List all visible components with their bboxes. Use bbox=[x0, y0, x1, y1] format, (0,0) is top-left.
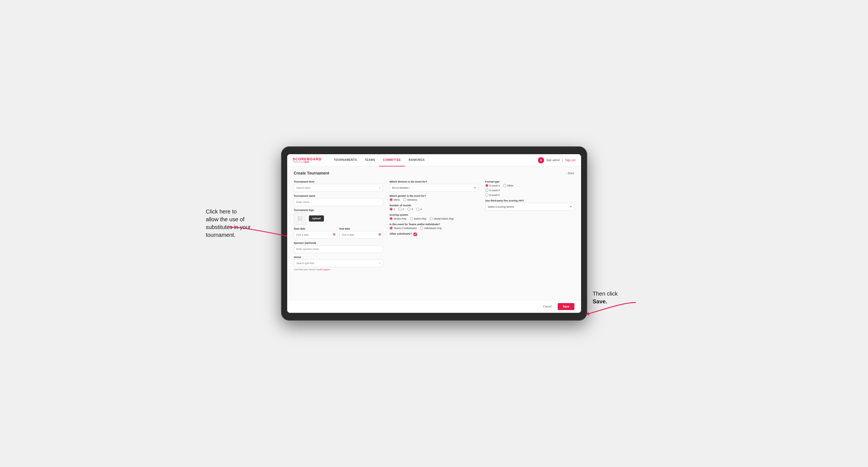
venue-field: Venue ▾ Can't find your venue? email sup… bbox=[294, 256, 383, 271]
page-header: Create Tournament Back bbox=[294, 171, 575, 175]
tablet-screen: SCOREBOARD Powered by clippd TOURNAMENTS… bbox=[287, 154, 581, 313]
tournament-logo-field: Tournament logo Upload bbox=[294, 209, 383, 225]
rounds-1-radio[interactable] bbox=[390, 208, 393, 211]
cancel-button[interactable]: Cancel bbox=[539, 303, 555, 310]
form-section-right: Format type 5 count 4 Other bbox=[485, 180, 575, 271]
scoring-medal-match[interactable]: Medal Match Play bbox=[430, 217, 454, 220]
match-play-radio[interactable] bbox=[410, 217, 413, 220]
format-6count4[interactable]: 6 count 4 bbox=[485, 189, 500, 192]
gender-radio-group: Mens Womens bbox=[390, 198, 479, 201]
individuals-only[interactable]: Individuals Only bbox=[420, 226, 442, 229]
format-6count5-radio[interactable] bbox=[485, 193, 488, 196]
form-section-left: Tournament Host ▾ Tournament name bbox=[294, 180, 383, 271]
division-field: Which division is the event for? NCAA Di… bbox=[390, 180, 479, 192]
rounds-4-radio[interactable] bbox=[416, 208, 420, 211]
tournament-name-label: Tournament name bbox=[294, 194, 383, 197]
gender-womens[interactable]: Womens bbox=[403, 198, 417, 201]
format-6count4-radio[interactable] bbox=[485, 189, 488, 192]
teams-individuals-label: Is this event for Teams and/or Individua… bbox=[390, 223, 479, 226]
division-select[interactable]: NCAA Division I NCAA Division II NCAA Di… bbox=[390, 184, 479, 192]
nav-link-committee[interactable]: COMMITTEE bbox=[379, 154, 405, 166]
scoring-api-field: Use third-party live scoring API? Select… bbox=[485, 199, 575, 211]
start-date-input[interactable] bbox=[294, 231, 337, 239]
venue-email-link[interactable]: email support bbox=[317, 268, 330, 271]
medal-match-radio[interactable] bbox=[430, 217, 433, 220]
tournament-name-input[interactable] bbox=[294, 198, 383, 206]
form-grid: Tournament Host ▾ Tournament name bbox=[294, 180, 575, 271]
svg-rect-2 bbox=[298, 217, 302, 220]
scoring-system-field: Scoring system Stroke Play Match Play bbox=[390, 214, 479, 220]
svg-marker-1 bbox=[586, 312, 589, 316]
rounds-3[interactable]: 3 bbox=[407, 208, 413, 211]
page-title: Create Tournament bbox=[294, 171, 329, 175]
format-type-label: Format type bbox=[485, 180, 575, 183]
rounds-1[interactable]: 1 bbox=[390, 208, 395, 211]
scoring-stroke-play[interactable]: Stroke Play bbox=[390, 217, 407, 220]
format-other-radio[interactable] bbox=[503, 184, 506, 187]
format-other[interactable]: Other bbox=[503, 184, 514, 187]
start-date-label: Start date bbox=[294, 227, 337, 230]
save-button[interactable]: Save bbox=[558, 303, 574, 310]
upload-button[interactable]: Upload bbox=[309, 215, 324, 221]
date-fields: Start date 📅 End date bbox=[294, 227, 383, 239]
format-5count4-radio[interactable] bbox=[485, 184, 488, 187]
rounds-2[interactable]: 2 bbox=[399, 208, 404, 211]
tablet-frame: SCOREBOARD Powered by clippd TOURNAMENTS… bbox=[281, 146, 587, 321]
tournament-host-label: Tournament Host bbox=[294, 180, 383, 183]
format-row-1: 5 count 4 Other bbox=[485, 184, 575, 187]
nav-link-tournaments[interactable]: TOURNAMENTS bbox=[330, 154, 361, 166]
allow-substitutes-field: Allow substitutes? bbox=[390, 232, 479, 236]
teams-plus-individuals[interactable]: Teams (+Individuals) bbox=[390, 226, 417, 229]
svg-point-3 bbox=[299, 217, 300, 218]
back-link[interactable]: Back bbox=[566, 172, 574, 175]
scoring-api-select[interactable]: Select a scoring service bbox=[485, 203, 575, 211]
format-options: 5 count 4 Other bbox=[485, 184, 575, 196]
tournament-host-input[interactable] bbox=[294, 184, 383, 192]
nav-links: TOURNAMENTS TEAMS COMMITTEE RANKINGS bbox=[330, 154, 538, 166]
nav-avatar: B bbox=[538, 157, 544, 163]
rounds-4[interactable]: 4 bbox=[416, 208, 422, 211]
rounds-radio-group: 1 2 3 bbox=[390, 208, 479, 211]
logo-area: SCOREBOARD Powered by clippd bbox=[293, 157, 322, 163]
teams-radio[interactable] bbox=[390, 226, 393, 229]
sponsor-input[interactable] bbox=[294, 245, 383, 253]
venue-input[interactable] bbox=[294, 259, 383, 267]
allow-substitutes-checkbox[interactable] bbox=[413, 233, 417, 236]
gender-label: Which gender is the event for? bbox=[390, 194, 479, 197]
division-label: Which division is the event for? bbox=[390, 180, 479, 183]
tournament-logo-label: Tournament logo bbox=[294, 209, 383, 212]
rounds-3-radio[interactable] bbox=[407, 208, 410, 211]
format-row-3: 6 count 5 bbox=[485, 193, 575, 196]
format-5count4[interactable]: 5 count 4 bbox=[485, 184, 500, 187]
tournament-name-field: Tournament name bbox=[294, 194, 383, 206]
annotation-right: Then click Save. bbox=[593, 290, 651, 305]
sponsor-label: Sponsor (optional) bbox=[294, 242, 383, 244]
scoring-match-play[interactable]: Match Play bbox=[410, 217, 427, 220]
stroke-play-radio[interactable] bbox=[390, 217, 393, 220]
end-date-input[interactable] bbox=[340, 231, 383, 239]
rounds-label: Number of rounds bbox=[390, 204, 479, 207]
gender-field: Which gender is the event for? Mens Wome… bbox=[390, 194, 479, 201]
scoring-system-radio-group: Stroke Play Match Play Medal Match Play bbox=[390, 217, 479, 220]
gender-mens[interactable]: Mens bbox=[390, 198, 400, 201]
logo-powered: Powered by clippd bbox=[293, 161, 322, 163]
logo-placeholder bbox=[294, 212, 306, 225]
nav-link-rankings[interactable]: RANKINGS bbox=[405, 154, 429, 166]
end-date-field: End date 📅 bbox=[340, 227, 383, 239]
nav-link-teams[interactable]: TEAMS bbox=[361, 154, 379, 166]
individuals-only-radio[interactable] bbox=[420, 226, 423, 229]
format-6count5[interactable]: 6 count 5 bbox=[485, 193, 500, 196]
scoring-api-label: Use third-party live scoring API? bbox=[485, 199, 575, 202]
gender-mens-radio[interactable] bbox=[390, 198, 393, 201]
venue-help: Can't find your venue? email support bbox=[294, 268, 383, 271]
gender-womens-radio[interactable] bbox=[403, 198, 406, 201]
rounds-2-radio[interactable] bbox=[399, 208, 402, 211]
teams-individuals-field: Is this event for Teams and/or Individua… bbox=[390, 223, 479, 229]
nav-right: B blair admin | Sign out bbox=[538, 157, 575, 163]
bottom-bar: Cancel Save bbox=[287, 300, 581, 313]
format-type-field: Format type 5 count 4 Other bbox=[485, 180, 575, 196]
annotation-left: Click here to allow the use of substitut… bbox=[206, 208, 276, 239]
allow-substitutes-label: Allow substitutes? bbox=[390, 232, 412, 235]
sign-out-link[interactable]: Sign out bbox=[565, 159, 576, 162]
teams-individuals-radio-group: Teams (+Individuals) Individuals Only bbox=[390, 226, 479, 229]
